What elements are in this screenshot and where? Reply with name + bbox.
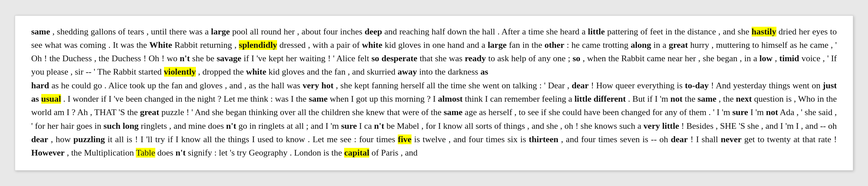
text-52: does: [155, 148, 176, 157]
text-49: ! I shall: [688, 135, 721, 144]
word-nt4: n't: [176, 148, 185, 157]
word-same4: same: [444, 107, 463, 117]
text-24: , she kept fanning herself all the time …: [333, 81, 571, 90]
word-nt3: n't: [374, 121, 384, 131]
word-very-hot: very hot: [303, 81, 333, 90]
word-puzzling: puzzling: [73, 135, 105, 144]
word-usual: usual: [41, 94, 61, 104]
word-white2: white: [362, 40, 382, 50]
text-4: pattering of feet in the distance , and …: [605, 27, 751, 36]
text-21: kid gloves and the fan , and skurried: [266, 67, 398, 77]
word-hastily: hastily: [752, 27, 776, 36]
word-away: away: [398, 67, 417, 77]
word-table: Table: [136, 148, 155, 157]
text-23: as he could go . Alice took up the fan a…: [49, 81, 303, 90]
text-13: she be: [190, 53, 217, 63]
word-sure2: sure: [341, 121, 357, 131]
text-40: go in ringlets at all ; and I 'm: [236, 121, 341, 131]
word-thirteen: thirteen: [529, 135, 558, 144]
text-31: . But if I 'm: [626, 94, 671, 104]
word-however: However: [31, 148, 65, 157]
word-same2: same: [309, 94, 327, 104]
word-white: White: [149, 40, 172, 50]
word-today: to-day: [685, 81, 709, 90]
word-low: low: [760, 53, 772, 63]
text-54: of Paris , and: [369, 148, 417, 157]
text-46: . Let me see : four times: [305, 135, 398, 144]
word-same3: same: [698, 94, 716, 104]
text-41: I ca: [357, 121, 374, 131]
word-very-little: very little: [644, 121, 679, 131]
word-white3: white: [246, 67, 266, 77]
word-almost: almost: [438, 94, 463, 104]
text-27: [39, 94, 41, 104]
word-great2: great: [140, 107, 159, 117]
word-nt: n't: [180, 53, 190, 63]
word-capital: capital: [344, 148, 369, 157]
text-32: the: [683, 94, 698, 104]
word-not2: not: [766, 107, 778, 117]
text-6: Rabbit returning ,: [172, 40, 239, 50]
word-not: not: [671, 94, 683, 104]
word-dear1: dear: [572, 81, 589, 90]
text-51: , the Multiplication: [65, 148, 136, 157]
word-little: little: [588, 27, 605, 36]
word-such-long: such long: [104, 121, 139, 131]
text-17: , when the Rabbit came near her , she be…: [580, 53, 760, 63]
word-splendidly: splendidly: [239, 40, 277, 50]
word-hard: hard: [31, 81, 49, 90]
text-30: think I can remember feeling a: [463, 94, 574, 104]
text-37: I 'm: [748, 107, 766, 117]
word-so-desperate: so desperate: [371, 53, 417, 63]
word-ready: ready: [465, 53, 486, 63]
word-other: other: [544, 40, 564, 50]
text-39: ringlets , and mine does: [138, 121, 226, 131]
text-26: ! And yesterday things went on: [709, 81, 823, 90]
word-dear3: dear: [671, 135, 688, 144]
text-used-to-know: used to know: [257, 135, 305, 144]
text-50: get to twenty at that rate !: [742, 135, 837, 144]
word-so: so: [572, 53, 580, 63]
word-five: five: [398, 135, 411, 144]
text-10: : he came trotting: [564, 40, 631, 50]
text-15: that she was: [417, 53, 465, 63]
text-content: same , shedding gallons of tears , until…: [31, 25, 837, 160]
word-next: next: [736, 94, 752, 104]
text-11: in a: [651, 40, 669, 50]
word-never: never: [721, 135, 742, 144]
text-45: it all is ! I 'll try if I know all the …: [105, 135, 257, 144]
text-20: , dropped the: [196, 67, 246, 77]
text-48: , and four times seven is -- oh: [558, 135, 671, 144]
text-28: . I wonder if I 've been changed in the …: [61, 94, 309, 104]
text-44: , how: [48, 135, 73, 144]
text-9: fan in the: [506, 40, 544, 50]
word-little-different: little different: [575, 94, 626, 104]
text-53: signify : let 's try Geography . London …: [186, 148, 344, 157]
text-1: , shedding gallons of tears , until ther…: [50, 27, 211, 36]
text-33: , the: [716, 94, 736, 104]
word-same: same: [31, 27, 50, 36]
word-as: as: [480, 67, 488, 77]
text-25: ! How queer everything is: [589, 81, 685, 90]
text-8: kid gloves in one hand and a: [382, 40, 488, 50]
text-14: if I 've kept her waiting ! ' Alice felt: [242, 53, 372, 63]
word-savage: savage: [217, 53, 242, 63]
text-7: dressed , with a pair of: [277, 40, 362, 50]
page-container: same , shedding gallons of tears , until…: [15, 15, 853, 171]
text-22: into the darkness: [417, 67, 480, 77]
text-16: to ask help of any one ;: [486, 53, 572, 63]
text-43: ! Besides , SHE 'S she , and I 'm I , an…: [679, 121, 837, 131]
word-violently: violently: [164, 67, 196, 77]
word-great: great: [669, 40, 688, 50]
text-36: age as herself , to see if she could hav…: [463, 107, 732, 117]
text-2: pool all round her , about four inches: [230, 27, 365, 36]
text-18: ,: [772, 53, 779, 63]
word-nt2: n't: [226, 121, 236, 131]
text-3: and reaching half down the hall . After …: [382, 27, 588, 36]
word-dear2: dear: [31, 135, 48, 144]
text-29: when I got up this morning ? I: [328, 94, 438, 104]
word-sure: sure: [732, 107, 748, 117]
word-timid: timid: [779, 53, 799, 63]
word-large: large: [211, 27, 230, 36]
word-deep: deep: [365, 27, 382, 36]
